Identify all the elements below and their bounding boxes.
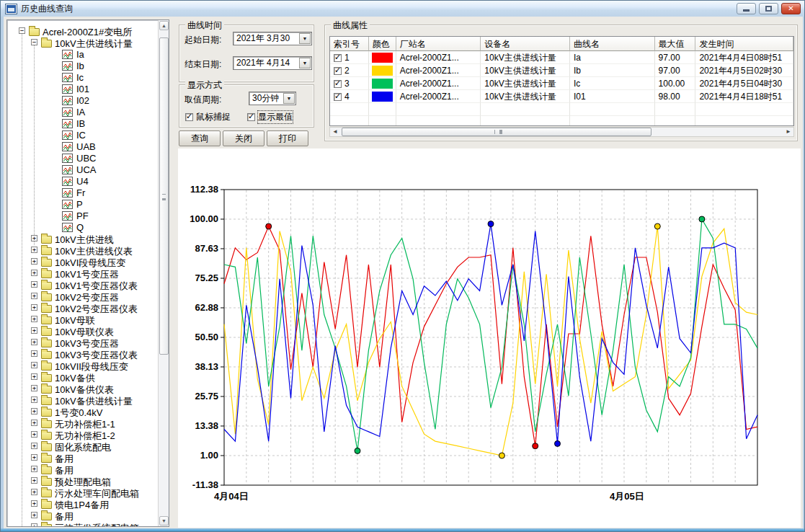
table-horizontal-scrollbar[interactable]: ◄ ► — [329, 127, 794, 137]
expand-icon[interactable]: + — [31, 235, 37, 241]
column-header-颜色[interactable]: 颜色 — [369, 37, 396, 51]
start-date-dropdown-icon[interactable]: ▼ — [299, 33, 311, 44]
tree-item-10kV2号变压器仪表[interactable]: +10kV2号变压器仪表 — [7, 302, 158, 314]
expand-icon[interactable]: + — [31, 350, 37, 357]
tree-item-10kV3号变压器[interactable]: +10kV3号变压器 — [7, 337, 158, 348]
expand-icon[interactable]: + — [31, 293, 37, 299]
tree-item-UCA[interactable]: UCA — [7, 164, 158, 175]
tree-item-备用[interactable]: +备用 — [7, 464, 158, 475]
column-header-发生时间[interactable]: 发生时间 — [695, 37, 793, 51]
tree-item-Fr[interactable]: Fr — [7, 187, 158, 198]
start-date-picker[interactable]: 2021年 3月30 ▼ — [233, 32, 312, 45]
column-header-索引号[interactable]: 索引号 — [330, 37, 369, 51]
tree-item-10kV备供仪表[interactable]: +10kV备供仪表 — [7, 383, 158, 394]
column-header-最大值[interactable]: 最大值 — [655, 37, 696, 51]
expand-icon[interactable]: + — [31, 443, 37, 449]
expand-icon[interactable]: + — [31, 477, 37, 484]
expand-icon[interactable]: + — [31, 431, 37, 438]
close-button[interactable]: ✕ — [781, 3, 801, 14]
tree-item-10kV主供进线[interactable]: +10kV主供进线 — [7, 233, 158, 244]
mouse-capture-checkbox[interactable] — [185, 113, 193, 121]
tree-item-10kV2号变压器[interactable]: +10kV2号变压器 — [7, 291, 158, 302]
tree-item-10kV主供进线仪表[interactable]: +10kV主供进线仪表 — [7, 244, 158, 256]
expand-icon[interactable]: + — [31, 500, 37, 507]
collapse-icon[interactable]: − — [19, 27, 25, 34]
tree-item-10kV主供进线计量[interactable]: −10kV主供进线计量 — [7, 37, 158, 48]
expand-icon[interactable]: + — [31, 385, 37, 391]
tree-item-PF[interactable]: PF — [7, 210, 158, 221]
expand-icon[interactable]: + — [31, 489, 37, 495]
end-date-dropdown-icon[interactable]: ▼ — [299, 58, 311, 68]
expand-icon[interactable]: + — [31, 408, 37, 414]
close-dialog-button[interactable]: 关闭 — [223, 130, 264, 146]
expand-icon[interactable]: + — [31, 523, 37, 526]
tree-item-10kV母联[interactable]: +10kV母联 — [7, 314, 158, 325]
expand-icon[interactable]: + — [31, 316, 37, 322]
scroll-left-icon[interactable]: ◄ — [330, 128, 340, 136]
tree-item-Ib[interactable]: Ib — [7, 60, 158, 71]
tree-item-Ic[interactable]: Ic — [7, 71, 158, 83]
tree-item-IA[interactable]: IA — [7, 106, 158, 118]
expand-icon[interactable]: + — [31, 512, 37, 518]
collapse-icon[interactable]: − — [31, 39, 37, 45]
table-row[interactable]: 2Acrel-2000Z1...10kV主供进线计量Ib97.002021年4月… — [330, 64, 793, 77]
expand-icon[interactable]: + — [31, 373, 37, 380]
curve-visible-checkbox[interactable] — [334, 93, 342, 101]
table-row[interactable]: 1Acrel-2000Z1...10kV主供进线计量Ia97.002021年4月… — [330, 51, 793, 64]
tree-item-10kV1号变压器仪表[interactable]: +10kV1号变压器仪表 — [7, 279, 158, 291]
expand-icon[interactable]: + — [31, 258, 37, 265]
expand-icon[interactable]: + — [31, 454, 37, 461]
tree-item-10kV备供进线计量[interactable]: +10kV备供进线计量 — [7, 394, 158, 406]
tree-item-无功补偿柜1-2[interactable]: +无功补偿柜1-2 — [7, 429, 158, 440]
print-button[interactable]: 打印 — [267, 130, 308, 146]
expand-icon[interactable]: + — [31, 281, 37, 288]
tree-item-无功补偿柜1-1[interactable]: +无功补偿柜1-1 — [7, 417, 158, 429]
tree-item-UBC[interactable]: UBC — [7, 152, 158, 164]
expand-icon[interactable]: + — [31, 304, 37, 311]
tree-item-IB[interactable]: IB — [7, 118, 158, 129]
tree-scroll-thumb[interactable] — [159, 37, 169, 355]
maximize-button[interactable] — [759, 3, 778, 14]
history-curve-chart[interactable]: 112.38100.0087.6375.2562.8850.5038.1325.… — [178, 148, 801, 528]
minimize-button[interactable] — [737, 3, 756, 14]
expand-icon[interactable]: + — [31, 270, 37, 276]
tree-item-Ia[interactable]: Ia — [7, 48, 158, 60]
tree-item-固化系统配电[interactable]: +固化系统配电 — [7, 440, 158, 452]
tree-item-I02[interactable]: I02 — [7, 94, 158, 106]
tree-item-备用[interactable]: +备用 — [7, 510, 158, 521]
tree-item-馈电1P4备用[interactable]: +馈电1P4备用 — [7, 498, 158, 510]
period-select[interactable]: 30分钟 ▼ — [249, 92, 296, 105]
scroll-down-icon[interactable]: ▼ — [159, 516, 169, 526]
column-header-设备名[interactable]: 设备名 — [481, 37, 570, 51]
tree-item-UAB[interactable]: UAB — [7, 141, 158, 152]
expand-icon[interactable]: + — [31, 339, 37, 345]
expand-icon[interactable]: + — [31, 396, 37, 403]
tree-item-三效蒸发系统配电箱[interactable]: +三效蒸发系统配电箱 — [7, 521, 158, 526]
tree-item-U4[interactable]: U4 — [7, 175, 158, 187]
tree-item-I01[interactable]: I01 — [7, 83, 158, 94]
tree-item-10kVII段母线压变[interactable]: +10kVII段母线压变 — [7, 360, 158, 371]
expand-icon[interactable]: + — [31, 247, 37, 253]
period-dropdown-icon[interactable]: ▼ — [283, 93, 295, 104]
tree-item-Acrel-2000Z1#变电所[interactable]: −Acrel-2000Z1#变电所 — [7, 25, 158, 37]
expand-icon[interactable]: + — [31, 327, 37, 334]
expand-icon[interactable]: + — [31, 466, 37, 472]
table-row[interactable]: 3Acrel-2000Z1...10kV主供进线计量Ic100.002021年4… — [330, 77, 793, 90]
end-date-picker[interactable]: 2021年 4月14 ▼ — [233, 56, 312, 70]
tree-item-Q[interactable]: Q — [7, 221, 158, 233]
column-header-曲线名[interactable]: 曲线名 — [570, 37, 655, 51]
table-row[interactable]: 4Acrel-2000Z1...10kV主供进线计量I0198.002021年4… — [330, 90, 793, 103]
tree-item-P[interactable]: P — [7, 198, 158, 210]
curve-visible-checkbox[interactable] — [334, 80, 342, 88]
tree-item-10kV备供[interactable]: +10kV备供 — [7, 371, 158, 383]
tree-item-1号变0.4kV[interactable]: +1号变0.4kV — [7, 406, 158, 417]
tree-item-预处理配电箱[interactable]: +预处理配电箱 — [7, 475, 158, 487]
tree-item-IC[interactable]: IC — [7, 129, 158, 141]
tree-item-污水处理车间配电箱[interactable]: +污水处理车间配电箱 — [7, 487, 158, 498]
tree-item-10kV3号变压器仪表[interactable]: +10kV3号变压器仪表 — [7, 348, 158, 360]
curve-visible-checkbox[interactable] — [334, 54, 342, 62]
tree-vertical-scrollbar[interactable]: ▲ ▼ — [158, 20, 169, 526]
tree-item-备用[interactable]: +备用 — [7, 452, 158, 464]
show-extremes-checkbox[interactable] — [247, 113, 255, 121]
expand-icon[interactable]: + — [31, 362, 37, 368]
